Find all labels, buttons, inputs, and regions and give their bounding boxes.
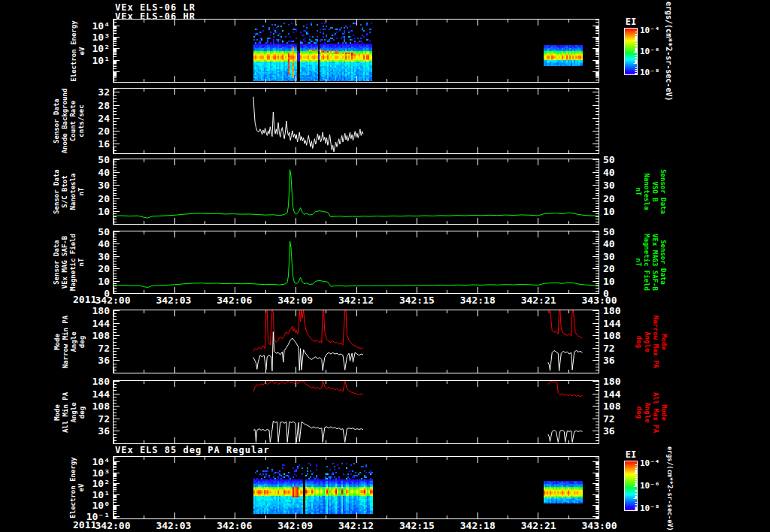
time-tick-label: 342:12 — [338, 520, 374, 531]
ylabel-sc-btot: Sensor Data S/C Btot Nanotesla nT — [53, 159, 86, 225]
panel-mode-all-pa-canvas — [113, 380, 599, 444]
ylabel-right-sc-btot: Sensor Data VSO B Nanotesla nT — [634, 159, 667, 225]
ylabel-mode-narrow-pa: Mode Narrow Min PA Angle deg — [53, 310, 86, 373]
ytick-label-right: 10 — [603, 206, 636, 217]
panel-mode-narrow-pa-canvas — [113, 310, 599, 373]
time-tick-label: 342:15 — [399, 295, 435, 306]
ylabel-vex-mag-saf-b: Sensor Data VEx MAG SAF-B Magnetic Field… — [53, 231, 86, 294]
ytick-label-right: 144 — [603, 388, 636, 400]
panel-els-06-spectrogram-canvas — [113, 19, 599, 83]
ytick-label-right: 30 — [603, 251, 636, 262]
ytick-label-right: 40 — [603, 238, 636, 249]
ytick-label-right: 30 — [603, 180, 636, 191]
time-tick-label: 342:21 — [521, 295, 556, 306]
ylabel-right-mode-narrow-pa: Mode Narrow Max PA Angle deg — [634, 310, 667, 373]
colorbar-tick-label: 10⁻⁴ — [640, 26, 660, 35]
ylabel-mode-all-pa: Mode All Min PA Angle deg — [53, 380, 86, 444]
colorbar-tick-label: 10⁻⁶ — [640, 481, 660, 491]
ytick-label-right: 72 — [603, 343, 636, 354]
ylabel-right-mode-all-pa: Mode All Max PA Angle deg — [634, 380, 667, 444]
colorbar-canvas-top — [624, 28, 638, 75]
ylabel-right-vex-mag-saf-b: Sensor Data VEx MAG3 SAF-B Magnetic Fiel… — [634, 231, 667, 294]
time-tick-label: 342:09 — [277, 295, 313, 306]
colorbar-title-bottom: EI — [621, 449, 641, 460]
panel-sc-btot-canvas — [113, 159, 599, 225]
colorbar-title-top: EI — [621, 17, 641, 27]
time-tick-label: 342:21 — [521, 520, 556, 531]
panel-title-els-85: VEx ELS 85 deg PA Regular — [115, 445, 270, 455]
time-tick-label: 342:18 — [460, 295, 496, 306]
time-tick-label: 342:12 — [338, 295, 374, 306]
colorbar-tick-label: 10⁻⁴ — [640, 458, 660, 468]
ytick-label-right: 72 — [603, 413, 636, 425]
time-tick-label: 342:00 — [95, 520, 131, 531]
panel-anode-background-count-rate-canvas — [113, 88, 599, 154]
panel-vex-mag-saf-b-canvas — [113, 231, 599, 294]
panel-els-85-pa-spectrogram-canvas — [113, 456, 599, 519]
colorbar-canvas-bottom — [624, 461, 638, 511]
ytick-label-right: 20 — [603, 263, 636, 274]
time-tick-label: 342:06 — [217, 520, 252, 531]
time-tick-label: 342:03 — [156, 520, 191, 531]
ytick-label-right: 20 — [603, 193, 636, 204]
time-tick-label: 342:09 — [277, 520, 313, 531]
time-tick-label: 342:15 — [399, 520, 435, 531]
time-tick-label: 342:00 — [95, 295, 131, 306]
colorbar-tick-label: 10⁻⁶ — [640, 47, 660, 56]
ytick-label-right: 50 — [603, 226, 636, 237]
ylabel-els-06-spectrogram: Electron Energy eV — [69, 19, 86, 83]
ytick-label-right: 10 — [603, 276, 636, 287]
time-tick-label: 343:00 — [582, 520, 617, 531]
ylabel-els-85-pa-spectrogram: Electron Energy eV — [69, 456, 86, 519]
ytick-label-right: 108 — [603, 330, 636, 341]
colorbar-tick-label: 10⁻⁸ — [640, 68, 660, 77]
time-tick-label: 342:06 — [217, 295, 252, 306]
ytick-label-right: 50 — [603, 154, 636, 165]
ytick-label-right: 36 — [603, 355, 636, 366]
time-tick-label: 342:18 — [460, 520, 496, 531]
ytick-label-right: 36 — [603, 425, 636, 437]
ytick-label-right: 144 — [603, 318, 636, 329]
time-tick-label: 343:00 — [582, 295, 617, 306]
ytick-label-right: 180 — [603, 305, 636, 316]
ytick-label-right: 40 — [603, 167, 636, 178]
ytick-label-right: 180 — [603, 376, 636, 387]
colorbar-unit-top: ergs/(cm**2-sr-sec-eV) — [665, 2, 673, 114]
colorbar-unit-bottom: ergs/(cm**2-sr-sec-eV) — [666, 446, 674, 532]
ylabel-anode-background-count-rate: Sensor Data Anode Background Count Rate … — [53, 88, 86, 154]
time-tick-label: 342:03 — [156, 295, 191, 306]
ytick-label-right: 108 — [603, 401, 636, 412]
colorbar-tick-label: 10⁻⁸ — [640, 503, 660, 513]
vex-els-plot-page: VEx ELS-06 LR VEx ELS-06 HR VEx ELS 85 d… — [0, 0, 770, 532]
